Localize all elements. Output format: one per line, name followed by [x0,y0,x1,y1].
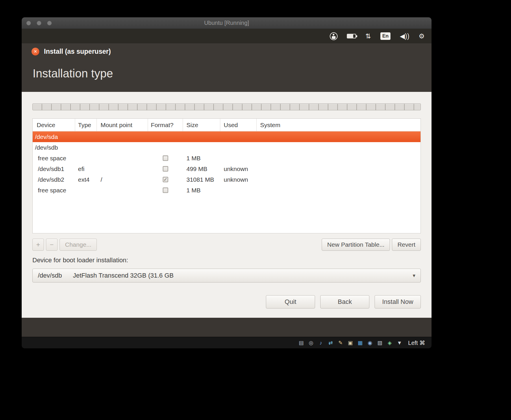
size-cell: 499 MB [183,166,220,172]
boot-loader-device-value: /dev/sdb [38,272,62,279]
chevron-down-icon: ▾ [413,272,415,279]
vm-window-title: Ubuntu [Running] [204,20,249,26]
column-header-type: Type [75,119,97,131]
host-key-indicator[interactable]: Left ⌘ [408,339,425,346]
size-cell: 1 MB [183,187,220,194]
row-free-space-1[interactable]: free space 1 MB [33,153,421,163]
row-free-space-2[interactable]: free space 1 MB [33,185,421,196]
accessibility-icon[interactable] [330,32,338,40]
installer-content: Device Type Mount point Format? Size Use… [22,92,432,318]
size-cell: 31081 MB [183,176,220,183]
shared-folders-icon[interactable]: ▣ [347,340,354,345]
remove-partition-button[interactable]: − [46,239,58,251]
desktop-strip [22,318,432,337]
partition-table: Device Type Mount point Format? Size Use… [32,118,421,233]
revert-button[interactable]: Revert [392,239,421,251]
partition-visual-bar [32,103,421,110]
keyboard-capture-icon[interactable]: ▼ [396,340,403,345]
format-checkbox[interactable] [163,166,168,172]
recording-icon[interactable]: ◉ [366,340,373,345]
column-header-format: Format? [148,119,183,131]
installer-titlebar: ✕ Install (as superuser) [22,43,432,60]
traffic-lights [26,17,52,29]
statusbar-icons: ▤◎♪⇄✎▣▦◉▧◈▼ [298,340,403,345]
close-installer-button[interactable]: ✕ [32,48,39,55]
partition-toolbar: + − Change... New Partition Table... Rev… [32,239,421,251]
row-dev-sda[interactable]: /dev/sda [33,131,421,142]
action-buttons: Quit Back Install Now [32,295,421,309]
install-now-button[interactable]: Install Now [375,295,421,309]
display-icon[interactable]: ▦ [357,340,364,345]
virtualbox-statusbar: ▤◎♪⇄✎▣▦◉▧◈▼ Left ⌘ [22,337,432,348]
mount-cell: / [97,176,148,183]
row-dev-sdb2[interactable]: /dev/sdb2 ext4 / 31081 MB unknown [33,174,421,185]
mouse-integration-icon[interactable]: ◈ [386,340,393,345]
hard-disk-icon[interactable]: ▤ [298,340,305,345]
column-header-mount-point: Mount point [97,119,148,131]
size-cell: 1 MB [183,155,220,162]
column-header-system: System [257,119,421,131]
device-cell: /dev/sda [33,133,75,140]
boot-loader-device-dropdown[interactable]: /dev/sdb JetFlash Transcend 32GB (31.6 G… [32,269,421,283]
session-gear-icon[interactable]: ⚙ [419,33,425,40]
boot-loader-device-description: JetFlash Transcend 32GB (31.6 GB [73,272,174,279]
add-partition-button[interactable]: + [32,239,44,251]
change-partition-button[interactable]: Change... [60,239,97,251]
audio-icon[interactable]: ♪ [317,340,324,345]
installer-header: Installation type [22,60,432,92]
column-header-used: Used [220,119,257,131]
used-cell: unknown [220,166,257,172]
network-icon[interactable]: ⇄ [327,340,334,345]
format-checkbox[interactable] [163,177,168,182]
zoom-window-button[interactable] [47,21,52,25]
installer-window-title: Install (as superuser) [44,48,111,55]
type-cell: ext4 [75,176,97,183]
features-icon[interactable]: ▧ [376,340,383,345]
type-cell: efi [75,166,97,172]
row-dev-sdb[interactable]: /dev/sdb [33,142,421,153]
close-window-button[interactable] [26,21,31,25]
partition-table-header: Device Type Mount point Format? Size Use… [33,119,421,131]
ubuntu-top-panel: ⇅ En ◀)) ⚙ [22,29,432,43]
mac-titlebar: Ubuntu [Running] [22,17,432,29]
device-cell: /dev/sdb [33,144,75,151]
minimize-window-button[interactable] [37,21,41,25]
format-checkbox[interactable] [163,187,168,193]
vm-window: Ubuntu [Running] ⇅ En ◀)) ⚙ ✕ Install (a… [22,17,432,348]
format-checkbox[interactable] [163,155,168,161]
device-cell: /dev/sdb2 [33,176,75,183]
battery-icon[interactable] [347,34,356,38]
column-header-size: Size [183,119,220,131]
optical-drive-icon[interactable]: ◎ [308,340,314,345]
new-partition-table-button[interactable]: New Partition Table... [322,239,390,251]
quit-button[interactable]: Quit [266,295,315,309]
volume-icon[interactable]: ◀)) [400,33,409,40]
boot-loader-label: Device for boot loader installation: [32,257,421,264]
column-header-device: Device [33,119,75,131]
usb-icon[interactable]: ✎ [337,340,344,345]
row-dev-sdb1[interactable]: /dev/sdb1 efi 499 MB unknown [33,163,421,174]
network-arrows-icon[interactable]: ⇅ [365,33,371,40]
back-button[interactable]: Back [320,295,369,309]
used-cell: unknown [220,176,257,183]
page-title: Installation type [33,67,432,80]
device-cell: free space [33,187,75,194]
keyboard-layout-indicator[interactable]: En [380,32,391,40]
device-cell: free space [33,155,75,162]
device-cell: /dev/sdb1 [33,166,75,172]
